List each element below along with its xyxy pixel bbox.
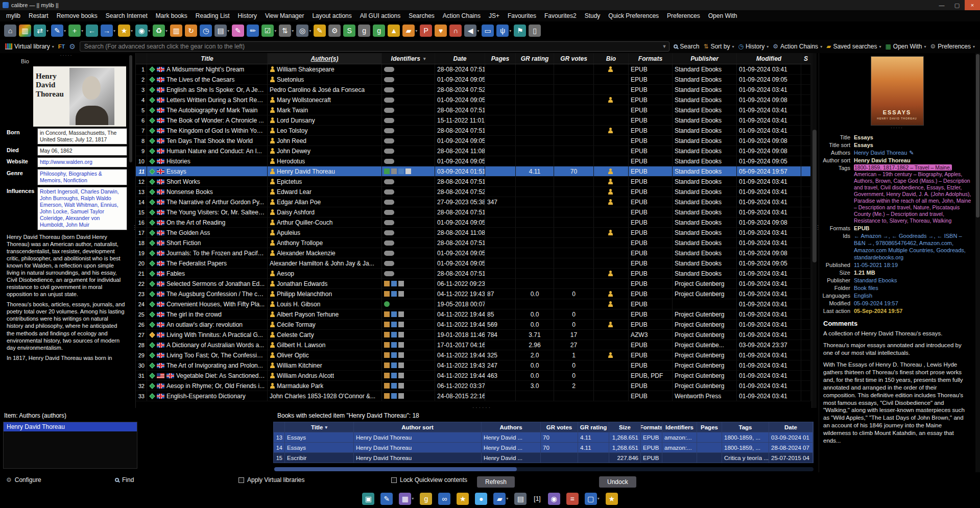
cover-splitter-handle[interactable]: ····· <box>819 126 975 130</box>
speaker-icon[interactable]: ◀ ▾ <box>464 25 479 37</box>
lock-quickview-checkbox[interactable]: Lock Quickview contents <box>391 476 467 483</box>
qv-header-tags[interactable]: Tags <box>722 422 769 432</box>
edit-pencil-icon[interactable]: ✎ <box>909 150 914 156</box>
table-row[interactable]: 16 On the Art of Reading Arthur Quiller-… <box>136 217 811 228</box>
detail-value[interactable]: Henry David Thoreau✎ <box>854 157 972 164</box>
apply-virtual-libraries-checkbox[interactable]: Apply Virtual libraries <box>238 476 305 483</box>
card-icon[interactable]: ▯ ▾ <box>529 25 541 37</box>
forward-icon[interactable]: → ▾ <box>101 25 115 37</box>
table-row[interactable]: 18 Short Fiction Anthony Trollope 28-08-… <box>136 238 811 248</box>
quickview-hscrollbar[interactable] <box>274 467 814 471</box>
menu-item[interactable]: Mark books <box>152 12 192 19</box>
device-icon[interactable]: ▭ ▾ <box>482 25 494 37</box>
detail-value[interactable]: EPUB✎ <box>854 225 972 232</box>
orb-icon[interactable]: ● ▾ <box>475 493 487 505</box>
detail-value[interactable]: ← Amazon →, ← Goodreads →, ← ISBN – B&N … <box>854 232 972 261</box>
screen-icon[interactable]: ▢ ▾ <box>585 493 600 505</box>
search-options-gear-icon[interactable]: ⚙ <box>69 42 76 51</box>
favorite-icon[interactable]: ★ ▾ <box>606 493 618 505</box>
table-row[interactable]: 12 Short Works Epictetus 28-08-2024 07:5… <box>136 177 811 187</box>
header-s[interactable]: S <box>801 53 811 64</box>
table-row[interactable]: 27 Living With Tinnitus: A Practical G..… <box>136 330 811 340</box>
qv-header-author-sort[interactable]: Author sort <box>354 422 482 432</box>
recycle-icon[interactable]: ♻ ▾ <box>153 25 168 37</box>
table-row[interactable]: 33 English-Esperanto Dictionary John Cha… <box>136 391 811 401</box>
table-row[interactable]: 17 The Golden Ass Apuleius 28-08-2024 11… <box>136 228 811 238</box>
search-button[interactable]: Search <box>674 43 699 50</box>
header-modified[interactable]: Modified <box>737 53 801 64</box>
menu-item[interactable]: Favourites <box>504 12 540 19</box>
maximize-button[interactable]: ▢ <box>949 0 965 10</box>
header-date[interactable]: Date <box>435 53 485 64</box>
details-scrollbar-thumb[interactable] <box>976 54 979 217</box>
table-row[interactable]: 23 The Augsburg Confession / The co... P… <box>136 289 811 299</box>
edit-icon[interactable]: ✎ ▾ <box>380 493 393 505</box>
qv-header-authors[interactable]: Authors <box>482 422 541 432</box>
detail-value[interactable]: English✎ <box>854 292 972 299</box>
notes-icon[interactable]: ▤ ▾ <box>514 493 527 505</box>
table-row[interactable]: 7 The Kingdom of God Is Within You... Le… <box>136 126 811 136</box>
table-scrollbar[interactable] <box>811 53 817 408</box>
full-text-toggle[interactable]: FT <box>58 43 65 50</box>
author-field-value[interactable]: Philosophy, Biographies & Memoirs, Nonfi… <box>37 169 127 185</box>
table-row[interactable]: 9 Human Nature and Conduct: An I... John… <box>136 146 811 156</box>
script-icon[interactable]: S ▾ <box>343 25 355 37</box>
table-row[interactable]: 30 The Art of Invigorating and Prolon...… <box>136 360 811 371</box>
web-icon[interactable]: ◉ ▾ <box>135 25 150 37</box>
donate-icon[interactable]: ♥ ▾ <box>435 25 447 37</box>
menu-item[interactable]: History <box>234 12 261 19</box>
drive-icon[interactable]: ▰ ▾ <box>493 493 508 505</box>
author-field-value[interactable]: in Concord, Massachusetts, The United St… <box>37 128 127 144</box>
table-row[interactable]: 20 The Federalist Papers Alexander Hamil… <box>136 258 811 269</box>
header-gr-votes[interactable]: GR votes <box>554 53 594 64</box>
quickview-row[interactable]: 15 Escribir Henry David Thoreau Henry Da… <box>274 452 813 463</box>
qv-header-size[interactable]: Size <box>609 422 641 432</box>
library-icon[interactable]: ⌂ ▾ <box>4 25 16 37</box>
tweak-icon[interactable]: ⚙ ▾ <box>328 25 341 37</box>
refresh-button[interactable]: Refresh <box>477 476 515 488</box>
menu-item[interactable]: Action Chains <box>439 12 485 19</box>
table-row[interactable]: 29 Living Too Fast; Or, The Confessio...… <box>136 350 811 360</box>
author-field-value[interactable]: http://www.walden.org <box>37 157 127 167</box>
table-row[interactable]: 13 Nonsense Books Edward Lear 28-08-2024… <box>136 187 811 197</box>
header-publisher[interactable]: Publisher <box>673 53 737 64</box>
table-row[interactable]: 10 Histories Herodotus 01-09-2024 09:05 <box>136 156 811 166</box>
menu-item[interactable]: Searches <box>404 12 439 19</box>
table-row[interactable]: 32 Aesop in Rhyme; Or, Old Friends i... … <box>136 381 811 391</box>
header-title[interactable]: Title <box>147 53 268 64</box>
menu-item[interactable]: Restart <box>25 12 53 19</box>
quickview-row[interactable]: 13 Essays Henry David Thoreau Henry Davi… <box>274 432 813 442</box>
detail-value[interactable]: Essays✎ <box>854 134 972 141</box>
search-plugin-icon[interactable]: ◉ ▾ <box>548 493 560 505</box>
detail-value[interactable]: 05-09-2024 19:57✎ <box>854 300 972 307</box>
edit-metadata-icon[interactable]: ✎ ▾ <box>51 25 66 37</box>
tasks-icon[interactable]: ☑ ▾ <box>261 25 276 37</box>
sync-device-icon[interactable]: ⇄ ▾ <box>34 25 49 37</box>
qv-header-formats[interactable]: Formats <box>641 422 662 432</box>
detail-value[interactable]: Essays✎ <box>854 141 972 149</box>
table-row[interactable]: 26 An outlaw's diary: revolution Cécile … <box>136 320 811 330</box>
table-row[interactable]: 21 Fables Aesop 28-08-2024 07:51 <box>136 269 811 279</box>
highlighter-icon[interactable]: ✎ ▾ <box>232 25 244 37</box>
detail-value[interactable]: 1.21 MB✎ <box>854 269 972 276</box>
minimize-button[interactable]: — <box>934 0 949 10</box>
qv-header-title[interactable]: Title <box>285 422 354 432</box>
qv-header-pages[interactable]: Pages <box>697 422 722 432</box>
table-row[interactable]: 25 The girl in the crowd Albert Payson T… <box>136 309 811 320</box>
quickview-hscrollbar-thumb[interactable] <box>274 467 517 471</box>
menu-item[interactable]: Favourites2 <box>540 12 581 19</box>
close-button[interactable]: × <box>965 0 980 10</box>
menu-item[interactable]: mylib <box>2 12 25 19</box>
table-row[interactable]: 31 Vegetable Diet: As Sanctioned ... Wil… <box>136 371 811 381</box>
details-scrollbar[interactable] <box>975 53 980 472</box>
table-row[interactable]: 22 Selected Sermons of Jonathan Ed... Jo… <box>136 279 811 289</box>
qv-header-gr-votes[interactable]: GR votes <box>541 422 578 432</box>
table-row[interactable]: 15 The Young Visiters: Or, Mr. Salteen..… <box>136 207 811 217</box>
bio-scrollbar[interactable] <box>129 53 133 408</box>
left-splitter-handle[interactable]: ⋮ <box>132 225 137 230</box>
configure-button[interactable]: ⚙Configure <box>6 476 41 483</box>
table-row[interactable]: 2 The Lives of the Caesars Suetonius 01-… <box>136 75 811 85</box>
warning-icon[interactable]: ▲ ▾ <box>388 25 400 37</box>
book-cover[interactable]: ESSAYS HENRY DAVID THOREAU <box>871 56 924 126</box>
table-row[interactable]: 14 The Narrative of Arthur Gordon Py... … <box>136 197 811 207</box>
